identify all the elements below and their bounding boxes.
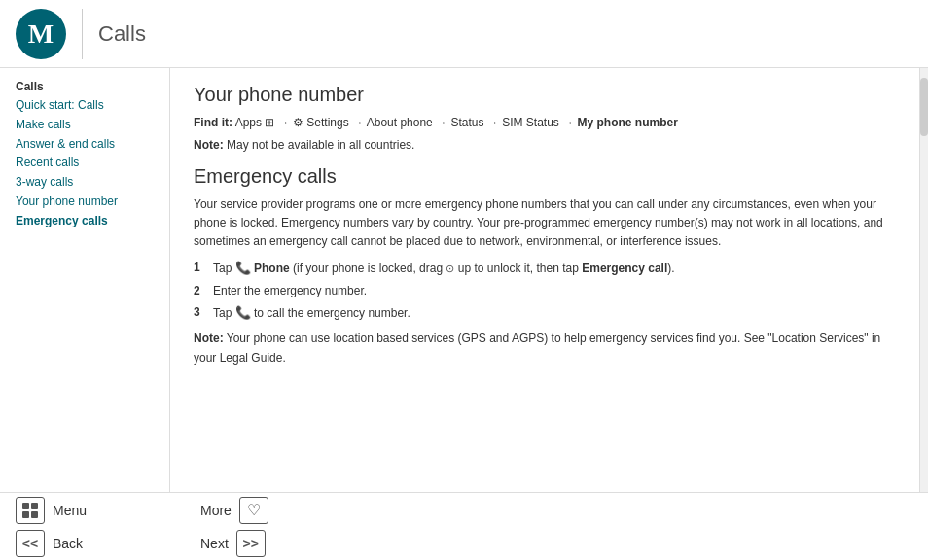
phone-icon-2: 📞 [235, 305, 251, 320]
phone-icon-1: 📞 [235, 261, 251, 275]
step-2-text: Enter the emergency number. [213, 282, 367, 299]
section1-title: Your phone number [194, 84, 896, 106]
heart-icon: ♡ [247, 501, 261, 519]
menu-label: Menu [53, 503, 87, 518]
section2-body: Your service provider programs one or mo… [194, 195, 896, 252]
step-1: 1 Tap 📞 Phone (if your phone is locked, … [194, 259, 896, 278]
sidebar-section-title: Calls [16, 80, 169, 93]
next-button[interactable]: Next >> [200, 530, 268, 557]
back-chevron: << [22, 536, 38, 551]
scroll-thumb[interactable] [920, 78, 928, 136]
grid-icon [22, 503, 38, 518]
steps-list: 1 Tap 📞 Phone (if your phone is locked, … [194, 259, 896, 322]
footer-left: Menu << Back [16, 497, 181, 557]
section2-title: Emergency calls [194, 165, 896, 188]
step-3: 3 Tap 📞 to call the emergency number. [194, 303, 896, 323]
main-body: Calls Quick start: Calls Make calls Answ… [0, 68, 928, 492]
find-it-text: Find it: Apps ⊞ → ⚙ Settings → About pho… [194, 114, 896, 131]
motorola-logo: M [16, 9, 66, 59]
scrollbar[interactable] [920, 68, 928, 492]
footer-right: More ♡ Next >> [200, 497, 268, 557]
menu-button[interactable]: Menu [16, 497, 181, 524]
sidebar-item-quickstart[interactable]: Quick start: Calls [16, 97, 169, 114]
back-label: Back [53, 536, 83, 551]
back-icon-box: << [16, 530, 45, 557]
next-icon-box: >> [236, 530, 266, 557]
app-title: Calls [98, 21, 146, 47]
sidebar-item-answerendcalls[interactable]: Answer & end calls [16, 136, 169, 153]
section1-note-label: Note: [194, 138, 224, 152]
content-area: Your phone number Find it: Apps ⊞ → ⚙ Se… [170, 68, 920, 492]
step-2: 2 Enter the emergency number. [194, 282, 896, 299]
app-header: M Calls [0, 0, 928, 68]
sidebar-item-3waycalls[interactable]: 3-way calls [16, 174, 169, 191]
next-label: Next [200, 536, 229, 551]
step-3-text: Tap 📞 to call the emergency number. [213, 303, 410, 323]
sidebar-item-yourphonenumber[interactable]: Your phone number [16, 193, 169, 210]
sidebar-item-emergencycalls[interactable]: Emergency calls [16, 213, 169, 229]
more-label: More [200, 503, 232, 518]
step-1-text: Tap 📞 Phone (if your phone is locked, dr… [213, 259, 675, 278]
sidebar: Calls Quick start: Calls Make calls Answ… [0, 68, 170, 492]
menu-icon-box [16, 497, 45, 524]
header-divider [82, 9, 83, 59]
find-it-apps: Apps ⊞ → ⚙ Settings → About phone → Stat… [235, 116, 578, 129]
find-it-label: Find it: [194, 116, 232, 129]
next-chevron: >> [243, 536, 259, 551]
find-it-myphone: My phone number [577, 116, 677, 129]
section1-note: Note: May not be available in all countr… [194, 137, 896, 154]
back-button[interactable]: << Back [16, 530, 181, 557]
section1-note-body: May not be available in all countries. [227, 138, 414, 152]
more-icon-box: ♡ [239, 497, 268, 524]
step-1-num: 1 [194, 259, 207, 278]
footer: Menu << Back More ♡ Next >> [0, 492, 928, 560]
section2-note-body: Your phone can use location based servic… [194, 332, 880, 364]
more-button[interactable]: More ♡ [200, 497, 268, 524]
sidebar-item-recentcalls[interactable]: Recent calls [16, 155, 169, 171]
drag-icon: ⊙ [446, 262, 454, 274]
sidebar-item-makecalls[interactable]: Make calls [16, 117, 169, 133]
section2-note: Note: Your phone can use location based … [194, 330, 896, 367]
step-3-num: 3 [194, 303, 207, 323]
section2-note-label: Note: [194, 332, 224, 345]
step-2-num: 2 [194, 282, 207, 299]
